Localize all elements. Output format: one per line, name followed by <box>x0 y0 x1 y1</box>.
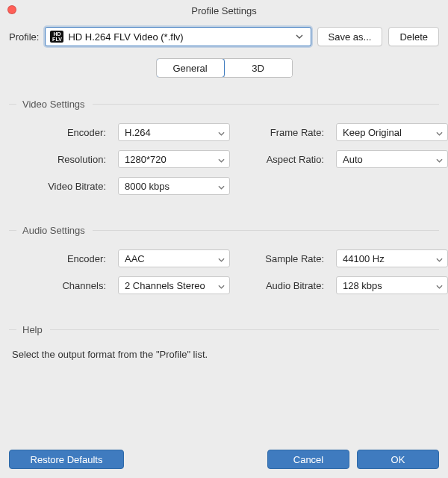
chevron-down-icon <box>218 280 225 291</box>
frame-rate-select[interactable]: Keep Original <box>336 123 448 141</box>
chevron-down-icon <box>436 154 443 165</box>
profile-select[interactable]: HD FLV HD H.264 FLV Video (*.flv) <box>45 27 311 46</box>
close-icon[interactable] <box>7 5 16 14</box>
save-as-button[interactable]: Save as... <box>317 27 383 46</box>
video-encoder-select[interactable]: H.264 <box>118 123 230 141</box>
video-settings-section: Video Settings Encoder: H.264 Frame Rate… <box>9 99 439 195</box>
chevron-down-icon <box>218 154 225 165</box>
window-title: Profile Settings <box>191 5 256 16</box>
chevron-down-icon <box>436 127 443 138</box>
help-section: Help Select the output format from the "… <box>9 324 439 360</box>
sample-rate-label: Sample Rate: <box>242 253 324 264</box>
window: Profile Settings Profile: HD FLV HD H.26… <box>0 0 448 478</box>
chevron-down-icon <box>293 34 306 39</box>
audio-bitrate-label: Audio Bitrate: <box>242 280 324 291</box>
audio-bitrate-select[interactable]: 128 kbps <box>336 276 448 294</box>
video-bitrate-label: Video Bitrate: <box>9 181 106 192</box>
chevron-down-icon <box>218 253 225 264</box>
chevron-down-icon <box>218 181 225 192</box>
chevron-down-icon <box>218 127 225 138</box>
tabs: General 3D <box>9 58 439 78</box>
window-controls <box>7 5 16 14</box>
help-text: Select the output format from the "Profi… <box>9 349 439 360</box>
restore-defaults-button[interactable]: Restore Defaults <box>9 450 124 469</box>
profile-row: Profile: HD FLV HD H.264 FLV Video (*.fl… <box>9 27 439 46</box>
content-area: Profile: HD FLV HD H.264 FLV Video (*.fl… <box>0 21 448 360</box>
aspect-ratio-select[interactable]: Auto <box>336 150 448 168</box>
chevron-down-icon <box>436 280 443 291</box>
audio-settings-title: Audio Settings <box>22 225 93 236</box>
resolution-select[interactable]: 1280*720 <box>118 150 230 168</box>
audio-encoder-label: Encoder: <box>9 253 106 264</box>
cancel-button[interactable]: Cancel <box>267 450 349 469</box>
audio-encoder-select[interactable]: AAC <box>118 249 230 267</box>
video-encoder-label: Encoder: <box>9 127 106 138</box>
profile-label: Profile: <box>9 31 39 43</box>
profile-select-value: HD H.264 FLV Video (*.flv) <box>68 31 292 43</box>
footer: Restore Defaults Cancel OK <box>0 442 448 478</box>
video-settings-title: Video Settings <box>22 99 93 110</box>
chevron-down-icon <box>436 253 443 264</box>
video-bitrate-select[interactable]: 8000 kbps <box>118 177 230 195</box>
flv-file-icon: HD FLV <box>50 31 63 43</box>
delete-button[interactable]: Delete <box>388 27 439 46</box>
tab-3d[interactable]: 3D <box>224 59 292 77</box>
ok-button[interactable]: OK <box>357 450 439 469</box>
channels-select[interactable]: 2 Channels Stereo <box>118 276 230 294</box>
channels-label: Channels: <box>9 280 106 291</box>
resolution-label: Resolution: <box>9 154 106 165</box>
aspect-ratio-label: Aspect Ratio: <box>242 154 324 165</box>
sample-rate-select[interactable]: 44100 Hz <box>336 249 448 267</box>
help-title: Help <box>22 324 50 335</box>
titlebar: Profile Settings <box>0 0 448 21</box>
tab-general[interactable]: General <box>156 58 225 78</box>
frame-rate-label: Frame Rate: <box>242 127 324 138</box>
audio-settings-section: Audio Settings Encoder: AAC Sample Rate:… <box>9 225 439 294</box>
